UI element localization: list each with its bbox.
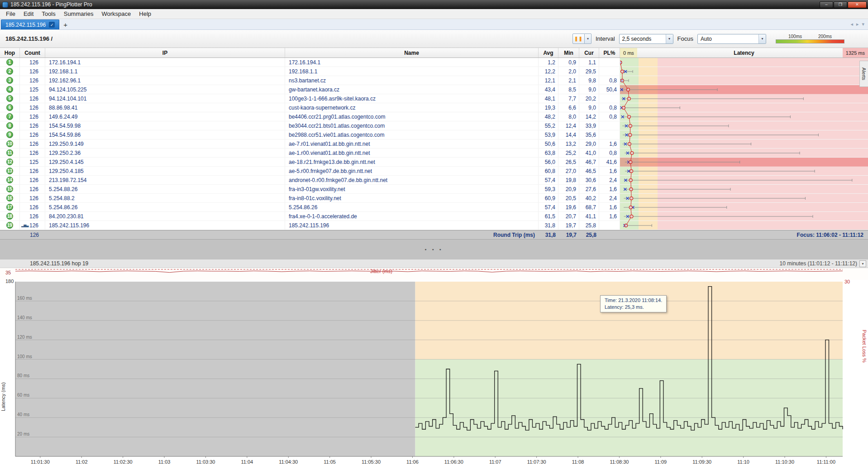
table-row[interactable]: 5 126 94.124.104.101 100ge3-1-1-666.asr9… — [0, 94, 868, 103]
table-row[interactable]: 11 126 129.250.2.36 ae-1.r00.vienat01.at… — [0, 149, 868, 158]
min-cell: 8,0 — [558, 112, 579, 121]
header-cur[interactable]: Cur — [579, 48, 599, 58]
cur-cell: 41,0 — [579, 149, 599, 157]
latency-cell — [620, 103, 868, 112]
ip-cell: 129.250.2.36 — [45, 149, 285, 157]
tab-target[interactable]: 185.242.115.196 ✓ — [1, 19, 59, 29]
timeline-range[interactable]: 10 minutes (11:01:12 - 11:11:12) — [780, 260, 857, 267]
hop-badge: 17 — [6, 204, 13, 211]
hop-badge: 7 — [6, 113, 13, 120]
name-cell: fra4.xe-0-1-0.accelerated.de — [285, 212, 539, 221]
new-tab-button[interactable]: + — [59, 21, 72, 29]
jitter-axis-max: 35 — [5, 270, 11, 275]
jitter-plot — [0, 268, 868, 280]
pause-button[interactable]: ❚❚ — [572, 34, 585, 44]
maximize-button[interactable]: ❐ — [834, 1, 847, 8]
table-row[interactable]: 1 126 172.16.194.1 172.16.194.1 1,2 0,9 … — [0, 58, 868, 67]
min-cell: 6,6 — [558, 103, 579, 112]
menu-edit[interactable]: Edit — [19, 10, 38, 18]
hop-cell: 11 — [0, 149, 20, 157]
count-cell: 126 — [20, 167, 45, 175]
table-row[interactable]: 2 126 192.168.1.1 192.168.1.1 12,2 2,0 2… — [0, 67, 868, 76]
cur-cell: 68,7 — [579, 203, 599, 211]
avg-cell: 48,2 — [539, 112, 558, 121]
interval-select[interactable]: 2,5 seconds ▾ — [619, 34, 673, 44]
table-row[interactable]: 16 126 5.254.88.2 fra-in8-01c.voxility.n… — [0, 194, 868, 203]
header-latency[interactable]: 0 ms Latency 1325 ms — [620, 48, 868, 58]
svg-text:11:05: 11:05 — [324, 459, 336, 465]
latency-timeline-graph[interactable]: 180 Latency (ms) 30 Packet Loss % 20 ms4… — [0, 280, 868, 470]
count-cell: 125 — [20, 85, 45, 94]
legend-100ms-label: 100ms — [788, 34, 802, 39]
min-cell: 2,0 — [558, 67, 579, 76]
tab-list-icon[interactable]: ▾ — [862, 21, 864, 27]
count-cell: 126 — [20, 112, 45, 121]
panel-splitter[interactable]: ● ● ● — [0, 239, 868, 259]
pause-dropdown-icon[interactable]: ▾ — [585, 34, 591, 44]
tab-nav-right-icon[interactable]: ▸ — [856, 21, 859, 27]
table-row[interactable]: 15 126 5.254.88.26 fra-in3-01gw.voxility… — [0, 185, 868, 194]
cur-cell: 46,5 — [579, 167, 599, 175]
name-cell: cust-kaora-supernetwork.cz — [285, 103, 539, 112]
count-cell: 126 — [20, 58, 45, 67]
name-cell: 192.168.1.1 — [285, 67, 539, 76]
table-row[interactable]: 3 126 192.162.96.1 ns3.bartanet.cz 12,1 … — [0, 76, 868, 85]
header-ip[interactable]: IP — [45, 48, 285, 58]
menu-summaries[interactable]: Summaries — [60, 10, 98, 18]
table-row[interactable]: 14 126 213.198.72.154 andronet-0.r00.frn… — [0, 176, 868, 185]
table-row[interactable]: 9 126 154.54.59.86 be2988.ccr51.vie01.at… — [0, 130, 868, 139]
min-cell: 7,7 — [558, 94, 579, 103]
min-cell: 12,4 — [558, 121, 579, 130]
close-button[interactable]: ✕ — [848, 1, 867, 8]
table-row[interactable]: 4 125 94.124.105.225 gw-bartanet.kaora.c… — [0, 85, 868, 94]
menu-file[interactable]: File — [2, 10, 19, 18]
svg-text:20 ms: 20 ms — [17, 432, 29, 436]
menu-help[interactable]: Help — [135, 10, 155, 18]
table-row[interactable]: 6 126 88.86.98.41 cust-kaora-supernetwor… — [0, 103, 868, 112]
menubar: File Edit Tools Summaries Workspace Help — [0, 9, 868, 19]
table-row[interactable]: 19 ▂▅▃126 185.242.115.196 185.242.115.19… — [0, 221, 868, 230]
header-pl[interactable]: PL% — [599, 48, 620, 58]
tooltip-time: Time: 21.3.2020 11:08:14. — [605, 297, 662, 304]
hop-badge: 8 — [6, 122, 13, 129]
name-cell: ae-5.r00.frnkge07.de.bb.gin.ntt.net — [285, 167, 539, 175]
header-name[interactable]: Name — [285, 48, 539, 58]
count-cell: 126 — [20, 212, 45, 221]
hop-badge: 15 — [6, 186, 13, 192]
table-row[interactable]: 17 126 5.254.86.26 5.254.86.26 57,4 19,6… — [0, 203, 868, 212]
header-avg[interactable]: Avg — [539, 48, 558, 58]
table-row[interactable]: 8 126 154.54.59.98 be3044.ccr21.bts01.at… — [0, 121, 868, 130]
pl-cell: 2,4 — [599, 194, 620, 202]
latency-scale-bar — [776, 39, 844, 43]
svg-text:60 ms: 60 ms — [17, 393, 29, 398]
header-min[interactable]: Min — [558, 48, 579, 58]
header-hop[interactable]: Hop — [0, 48, 20, 58]
avg-cell: 55,2 — [539, 121, 558, 130]
table-row[interactable]: 7 126 149.6.24.49 be4406.ccr21.prg01.atl… — [0, 112, 868, 121]
focus-select[interactable]: Auto ▾ — [697, 34, 766, 44]
tab-nav-left-icon[interactable]: ◂ — [850, 21, 853, 27]
cur-cell: 9,0 — [579, 85, 599, 94]
table-row[interactable]: 10 126 129.250.9.149 ae-7.r01.vienat01.a… — [0, 139, 868, 149]
range-dropdown-icon[interactable]: ▾ — [859, 260, 866, 267]
menu-tools[interactable]: Tools — [38, 10, 59, 18]
avg-cell: 53,9 — [539, 130, 558, 139]
titlebar: 185.242.115.196 - PingPlotter Pro – ❐ ✕ — [0, 0, 868, 9]
focus-label: Focus — [677, 35, 693, 42]
alerts-side-tab[interactable]: Alerts — [859, 61, 868, 87]
header-count[interactable]: Count — [20, 48, 45, 58]
minimize-button[interactable]: – — [820, 1, 833, 8]
cur-cell: 35,6 — [579, 130, 599, 139]
table-row[interactable]: 18 126 84.200.230.81 fra4.xe-0-1-0.accel… — [0, 212, 868, 221]
table-row[interactable]: 12 125 129.250.4.145 ae-18.r21.frnkge13.… — [0, 158, 868, 167]
menu-workspace[interactable]: Workspace — [97, 10, 135, 18]
pl-cell: 1,6 — [599, 185, 620, 193]
hop-badge: 14 — [6, 177, 13, 183]
latency-cell — [620, 203, 868, 211]
hop-badge: 6 — [6, 104, 13, 111]
table-row[interactable]: 13 126 129.250.4.185 ae-5.r00.frnkge07.d… — [0, 167, 868, 176]
interval-label: Interval — [596, 35, 615, 42]
chevron-down-icon: ▾ — [666, 34, 673, 43]
avg-cell: 57,4 — [539, 203, 558, 211]
svg-text:11:03: 11:03 — [158, 459, 171, 465]
